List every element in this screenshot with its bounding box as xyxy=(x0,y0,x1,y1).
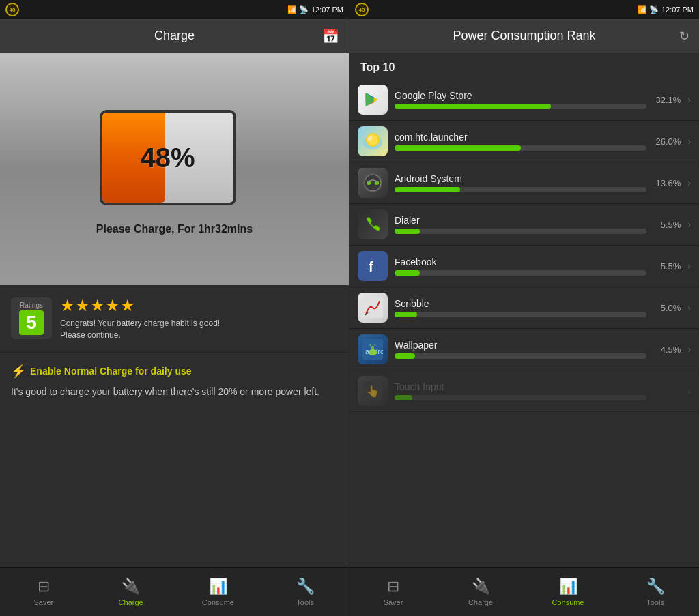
app-info-scribble: Scribble xyxy=(395,298,646,317)
nav-saver-right[interactable]: ⊟ Saver xyxy=(350,568,437,616)
consume-icon-left: 📊 xyxy=(209,578,227,596)
app-row-scribble[interactable]: Scribble 5.0% › xyxy=(350,287,699,329)
nav-charge-label-right: Charge xyxy=(468,598,493,606)
left-panel: 48 📶 📡 12:07 PM Charge 📅 48% Please Char… xyxy=(0,0,350,616)
battery-percent: 48% xyxy=(140,143,195,173)
app-percent-wallpaper: 4.5% xyxy=(653,344,681,355)
app-icon-scribble xyxy=(358,293,388,323)
calendar-icon[interactable]: 📅 xyxy=(322,28,339,44)
chevron-playstore: › xyxy=(687,94,691,105)
nav-charge-right[interactable]: 🔌 Charge xyxy=(437,568,524,616)
app-row-touchinput[interactable]: 👆 Touch Input › xyxy=(350,370,699,412)
app-bar-android xyxy=(395,187,460,192)
app-name-dialer: Dialer xyxy=(395,215,646,226)
nav-consume-label-left: Consume xyxy=(202,598,234,606)
app-bar-dialer xyxy=(395,229,420,234)
app-row-playstore[interactable]: Google Play Store 32.1% › xyxy=(350,79,699,121)
ratings-box: Ratings 5 xyxy=(11,297,52,339)
app-name-launcher: com.htc.launcher xyxy=(395,132,646,143)
battery-indicator-left: 48 xyxy=(5,3,19,16)
nav-saver-left[interactable]: ⊟ Saver xyxy=(0,568,87,616)
ratings-section: Ratings 5 ★★★★★ Congrats! Your battery c… xyxy=(0,285,349,353)
ratings-score: 5 xyxy=(19,310,44,335)
signal-icons-right: 📶 📡 xyxy=(638,5,659,14)
battery-indicator-right: 48 xyxy=(355,3,369,16)
app-bar-wallpaper xyxy=(395,353,415,359)
svg-text:f: f xyxy=(369,259,373,274)
app-bar-touchinput xyxy=(395,395,412,400)
tools-icon-right: 🔧 xyxy=(646,578,665,596)
chevron-dialer: › xyxy=(687,219,691,230)
nav-charge-label-left: Charge xyxy=(119,598,143,606)
app-icon-android xyxy=(358,168,388,198)
app-name-touchinput: Touch Input xyxy=(395,381,646,392)
time-right: 12:07 PM xyxy=(661,5,694,14)
charge-icon-right: 🔌 xyxy=(472,578,490,596)
left-header-title: Charge xyxy=(154,29,195,43)
nav-tools-right[interactable]: 🔧 Tools xyxy=(612,568,699,616)
chevron-facebook: › xyxy=(687,261,691,272)
right-header-title: Power Consumption Rank xyxy=(453,29,595,43)
charge-tip-section: ⚡ Enable Normal Charge for daily use It'… xyxy=(0,353,349,567)
chevron-wallpaper: › xyxy=(687,344,691,355)
app-percent-facebook: 5.5% xyxy=(653,261,681,272)
app-info-launcher: com.htc.launcher xyxy=(395,132,646,151)
chevron-launcher: › xyxy=(687,136,691,147)
nav-consume-right[interactable]: 📊 Consume xyxy=(524,568,612,616)
app-info-android: Android System xyxy=(395,173,646,192)
charge-icon-left: 🔌 xyxy=(122,578,140,596)
chevron-android: › xyxy=(687,177,691,188)
app-percent-playstore: 32.1% xyxy=(653,95,681,105)
tools-icon-left: 🔧 xyxy=(296,578,315,596)
battery-section: 48% Please Charge, For 1hr32mins xyxy=(0,53,349,285)
charge-tip-title-text: Enable Normal Charge for daily use xyxy=(30,366,192,377)
app-percent-scribble: 5.0% xyxy=(653,303,681,313)
app-bar-playstore xyxy=(395,104,551,109)
app-info-wallpaper: Wallpaper xyxy=(395,340,646,359)
app-icon-playstore xyxy=(358,85,388,115)
app-name-wallpaper: Wallpaper xyxy=(395,340,646,351)
app-percent-android: 13.6% xyxy=(653,178,681,188)
svg-point-15 xyxy=(371,346,374,349)
signal-icons-left: 📶 📡 xyxy=(287,5,309,14)
app-icon-wallpaper: android xyxy=(358,334,388,364)
app-row-wallpaper[interactable]: android Wallpaper 4.5% › xyxy=(350,329,699,370)
chevron-scribble: › xyxy=(687,302,691,313)
nav-tools-label-left: Tools xyxy=(296,598,314,606)
top10-label: Top 10 xyxy=(350,53,699,79)
app-icon-touchinput: 👆 xyxy=(358,376,388,406)
app-icon-facebook: f xyxy=(358,251,388,281)
nav-consume-left[interactable]: 📊 Consume xyxy=(175,568,262,616)
nav-charge-left[interactable]: 🔌 Charge xyxy=(87,568,175,616)
nav-saver-label-left: Saver xyxy=(34,598,54,606)
app-row-dialer[interactable]: Dialer 5.5% › xyxy=(350,204,699,246)
charge-message: Please Charge, For 1hr32mins xyxy=(96,223,253,235)
app-row-android[interactable]: Android System 13.6% › xyxy=(350,162,699,204)
charge-tip-title[interactable]: ⚡ Enable Normal Charge for daily use xyxy=(11,364,338,379)
status-bar-right: 48 📶 📡 12:07 PM xyxy=(350,0,699,19)
charge-tip-text: It's good to charge your battery when th… xyxy=(11,384,338,399)
app-name-scribble: Scribble xyxy=(395,298,646,309)
ratings-stars: ★★★★★ xyxy=(60,296,338,315)
app-icon-launcher xyxy=(358,126,388,156)
refresh-icon[interactable]: ↻ xyxy=(679,29,689,44)
app-row-launcher[interactable]: com.htc.launcher 26.0% › xyxy=(350,121,699,162)
nav-tools-left[interactable]: 🔧 Tools xyxy=(261,568,349,616)
app-row-facebook[interactable]: f Facebook 5.5% › xyxy=(350,246,699,287)
ratings-label: Ratings xyxy=(18,302,45,309)
nav-consume-label-right: Consume xyxy=(552,598,584,606)
consume-icon-right: 📊 xyxy=(559,578,577,596)
svg-text:👆: 👆 xyxy=(366,385,380,398)
chevron-touchinput: › xyxy=(687,385,691,396)
app-info-touchinput: Touch Input xyxy=(395,381,646,400)
nav-saver-label-right: Saver xyxy=(384,598,403,606)
ratings-text: Congrats! Your battery charge habit is g… xyxy=(60,318,338,341)
app-list: Google Play Store 32.1% › com.htc.launch… xyxy=(350,79,699,567)
app-bar-facebook xyxy=(395,270,420,276)
app-name-android: Android System xyxy=(395,173,646,184)
nav-tools-label-right: Tools xyxy=(646,598,664,606)
right-header: Power Consumption Rank ↻ xyxy=(350,19,699,53)
app-bar-scribble xyxy=(395,312,417,317)
bottom-nav-right: ⊟ Saver 🔌 Charge 📊 Consume 🔧 Tools xyxy=(350,567,699,616)
app-name-facebook: Facebook xyxy=(395,256,646,267)
